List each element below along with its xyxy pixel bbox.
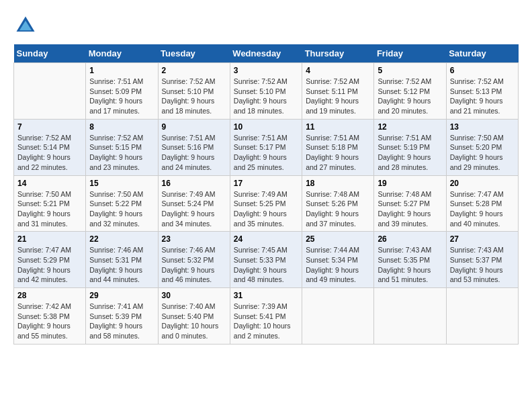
day-of-week-header: Wednesday <box>230 44 302 63</box>
day-number: 2 <box>162 66 226 75</box>
calendar-cell: 11Sunrise: 7:51 AM Sunset: 5:18 PM Dayli… <box>302 119 374 175</box>
day-number: 28 <box>17 291 82 300</box>
calendar-cell: 20Sunrise: 7:47 AM Sunset: 5:28 PM Dayli… <box>446 175 518 232</box>
day-info: Sunrise: 7:52 AM Sunset: 5:10 PM Dayligh… <box>234 77 298 116</box>
day-info: Sunrise: 7:51 AM Sunset: 5:17 PM Dayligh… <box>234 133 298 173</box>
page-header <box>13 13 519 38</box>
day-number: 13 <box>450 122 515 132</box>
day-of-week-header: Saturday <box>446 44 518 63</box>
calendar-header: SundayMondayTuesdayWednesdayThursdayFrid… <box>14 44 519 63</box>
day-info: Sunrise: 7:50 AM Sunset: 5:21 PM Dayligh… <box>17 189 82 229</box>
calendar-cell: 28Sunrise: 7:42 AM Sunset: 5:38 PM Dayli… <box>14 288 86 345</box>
day-number: 18 <box>306 179 370 188</box>
day-of-week-header: Friday <box>374 44 446 63</box>
day-info: Sunrise: 7:47 AM Sunset: 5:29 PM Dayligh… <box>17 245 82 285</box>
day-info: Sunrise: 7:49 AM Sunset: 5:24 PM Dayligh… <box>162 189 226 229</box>
day-info: Sunrise: 7:51 AM Sunset: 5:19 PM Dayligh… <box>378 133 442 173</box>
day-info: Sunrise: 7:40 AM Sunset: 5:40 PM Dayligh… <box>162 302 226 341</box>
calendar-cell: 14Sunrise: 7:50 AM Sunset: 5:21 PM Dayli… <box>14 175 86 232</box>
day-number: 7 <box>17 122 82 132</box>
calendar-week-row: 1Sunrise: 7:51 AM Sunset: 5:09 PM Daylig… <box>14 63 519 120</box>
calendar-cell: 25Sunrise: 7:44 AM Sunset: 5:34 PM Dayli… <box>302 232 374 288</box>
calendar-cell: 6Sunrise: 7:52 AM Sunset: 5:13 PM Daylig… <box>446 63 518 120</box>
logo <box>13 13 40 38</box>
day-number: 15 <box>89 179 154 188</box>
day-number: 11 <box>306 122 370 132</box>
day-number: 5 <box>378 66 442 75</box>
day-number: 6 <box>450 66 515 75</box>
day-number: 16 <box>162 179 226 188</box>
day-number: 3 <box>234 66 298 75</box>
calendar-cell: 9Sunrise: 7:51 AM Sunset: 5:16 PM Daylig… <box>158 119 230 175</box>
logo-icon <box>13 13 38 38</box>
day-number: 25 <box>306 234 370 244</box>
calendar-cell: 5Sunrise: 7:52 AM Sunset: 5:12 PM Daylig… <box>374 63 446 120</box>
calendar-cell: 27Sunrise: 7:43 AM Sunset: 5:37 PM Dayli… <box>446 232 518 288</box>
calendar-cell <box>302 288 374 345</box>
calendar-week-row: 28Sunrise: 7:42 AM Sunset: 5:38 PM Dayli… <box>14 288 519 345</box>
calendar-cell: 31Sunrise: 7:39 AM Sunset: 5:41 PM Dayli… <box>230 288 302 345</box>
day-number: 8 <box>89 122 154 132</box>
day-number: 29 <box>89 291 154 300</box>
day-info: Sunrise: 7:51 AM Sunset: 5:16 PM Dayligh… <box>162 133 226 173</box>
day-number: 26 <box>378 234 442 244</box>
day-info: Sunrise: 7:51 AM Sunset: 5:09 PM Dayligh… <box>89 77 154 116</box>
day-number: 4 <box>306 66 370 75</box>
day-info: Sunrise: 7:48 AM Sunset: 5:27 PM Dayligh… <box>378 189 442 229</box>
day-number: 31 <box>234 291 298 300</box>
day-number: 30 <box>162 291 226 300</box>
day-info: Sunrise: 7:52 AM Sunset: 5:11 PM Dayligh… <box>306 77 370 116</box>
calendar-cell: 15Sunrise: 7:50 AM Sunset: 5:22 PM Dayli… <box>86 175 158 232</box>
day-info: Sunrise: 7:50 AM Sunset: 5:22 PM Dayligh… <box>89 189 154 229</box>
day-number: 21 <box>17 234 82 244</box>
calendar-cell: 12Sunrise: 7:51 AM Sunset: 5:19 PM Dayli… <box>374 119 446 175</box>
day-info: Sunrise: 7:52 AM Sunset: 5:14 PM Dayligh… <box>17 133 82 173</box>
day-info: Sunrise: 7:45 AM Sunset: 5:33 PM Dayligh… <box>234 245 298 285</box>
day-info: Sunrise: 7:52 AM Sunset: 5:10 PM Dayligh… <box>162 77 226 116</box>
calendar-cell: 26Sunrise: 7:43 AM Sunset: 5:35 PM Dayli… <box>374 232 446 288</box>
day-info: Sunrise: 7:51 AM Sunset: 5:18 PM Dayligh… <box>306 133 370 173</box>
calendar-week-row: 7Sunrise: 7:52 AM Sunset: 5:14 PM Daylig… <box>14 119 519 175</box>
day-info: Sunrise: 7:52 AM Sunset: 5:12 PM Dayligh… <box>378 77 442 116</box>
day-of-week-header: Thursday <box>302 44 374 63</box>
calendar-cell: 18Sunrise: 7:48 AM Sunset: 5:26 PM Dayli… <box>302 175 374 232</box>
calendar-cell: 2Sunrise: 7:52 AM Sunset: 5:10 PM Daylig… <box>158 63 230 120</box>
day-info: Sunrise: 7:48 AM Sunset: 5:26 PM Dayligh… <box>306 189 370 229</box>
calendar-cell: 21Sunrise: 7:47 AM Sunset: 5:29 PM Dayli… <box>14 232 86 288</box>
calendar-cell: 17Sunrise: 7:49 AM Sunset: 5:25 PM Dayli… <box>230 175 302 232</box>
day-number: 27 <box>450 234 515 244</box>
calendar-cell: 10Sunrise: 7:51 AM Sunset: 5:17 PM Dayli… <box>230 119 302 175</box>
day-info: Sunrise: 7:52 AM Sunset: 5:13 PM Dayligh… <box>450 77 515 116</box>
calendar-cell <box>14 63 86 120</box>
day-info: Sunrise: 7:39 AM Sunset: 5:41 PM Dayligh… <box>234 302 298 341</box>
day-of-week-header: Monday <box>86 44 158 63</box>
calendar-cell: 8Sunrise: 7:52 AM Sunset: 5:15 PM Daylig… <box>86 119 158 175</box>
day-info: Sunrise: 7:49 AM Sunset: 5:25 PM Dayligh… <box>234 189 298 229</box>
day-info: Sunrise: 7:43 AM Sunset: 5:37 PM Dayligh… <box>450 245 515 285</box>
calendar-cell: 23Sunrise: 7:46 AM Sunset: 5:32 PM Dayli… <box>158 232 230 288</box>
day-number: 1 <box>89 66 154 75</box>
day-info: Sunrise: 7:43 AM Sunset: 5:35 PM Dayligh… <box>378 245 442 285</box>
calendar-cell: 30Sunrise: 7:40 AM Sunset: 5:40 PM Dayli… <box>158 288 230 345</box>
day-info: Sunrise: 7:46 AM Sunset: 5:32 PM Dayligh… <box>162 245 226 285</box>
day-number: 14 <box>17 179 82 188</box>
day-number: 9 <box>162 122 226 132</box>
calendar-cell: 19Sunrise: 7:48 AM Sunset: 5:27 PM Dayli… <box>374 175 446 232</box>
day-number: 17 <box>234 179 298 188</box>
day-info: Sunrise: 7:47 AM Sunset: 5:28 PM Dayligh… <box>450 189 515 229</box>
calendar-cell: 29Sunrise: 7:41 AM Sunset: 5:39 PM Dayli… <box>86 288 158 345</box>
calendar-cell <box>374 288 446 345</box>
calendar-cell: 24Sunrise: 7:45 AM Sunset: 5:33 PM Dayli… <box>230 232 302 288</box>
day-number: 22 <box>89 234 154 244</box>
calendar-week-row: 21Sunrise: 7:47 AM Sunset: 5:29 PM Dayli… <box>14 232 519 288</box>
day-number: 24 <box>234 234 298 244</box>
day-number: 19 <box>378 179 442 188</box>
calendar-cell: 4Sunrise: 7:52 AM Sunset: 5:11 PM Daylig… <box>302 63 374 120</box>
calendar-cell: 13Sunrise: 7:50 AM Sunset: 5:20 PM Dayli… <box>446 119 518 175</box>
day-number: 10 <box>234 122 298 132</box>
day-number: 12 <box>378 122 442 132</box>
calendar-cell: 1Sunrise: 7:51 AM Sunset: 5:09 PM Daylig… <box>86 63 158 120</box>
day-info: Sunrise: 7:42 AM Sunset: 5:38 PM Dayligh… <box>17 302 82 341</box>
day-info: Sunrise: 7:44 AM Sunset: 5:34 PM Dayligh… <box>306 245 370 285</box>
calendar-week-row: 14Sunrise: 7:50 AM Sunset: 5:21 PM Dayli… <box>14 175 519 232</box>
